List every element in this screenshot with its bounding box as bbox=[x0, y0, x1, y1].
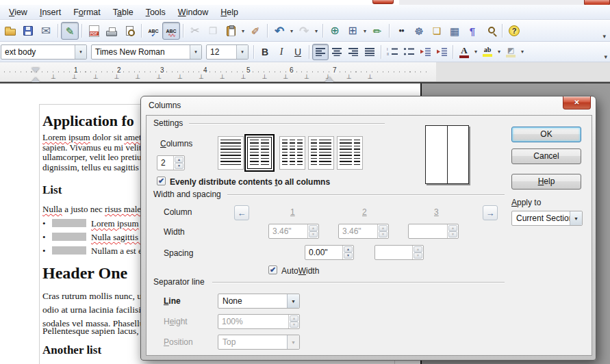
decrease-indent-button[interactable] bbox=[417, 44, 433, 60]
width-2-input: 3.46" ▲▼ bbox=[338, 224, 389, 239]
increase-indent-button[interactable] bbox=[433, 44, 450, 60]
table-dropdown-arrow[interactable]: ▾ bbox=[361, 22, 368, 40]
redo-arrow-icon: ↷ bbox=[299, 25, 309, 37]
chevron-down-icon[interactable]: ▾ bbox=[236, 45, 248, 59]
email-button[interactable]: ✉ bbox=[37, 22, 55, 40]
paint-can-icon: ◩ bbox=[506, 47, 516, 57]
preset-left-narrow[interactable] bbox=[308, 136, 334, 170]
paragraph-style-combo[interactable]: ext body ▾ bbox=[1, 44, 87, 60]
right-margin-marker[interactable] bbox=[325, 72, 334, 83]
bold-button[interactable]: B bbox=[257, 44, 273, 60]
autospellcheck-button[interactable]: ABC∿∿ bbox=[162, 22, 180, 40]
width-3-input: ▲▼ bbox=[408, 224, 459, 239]
menu-table[interactable]: Table bbox=[107, 5, 140, 19]
undo-button[interactable]: ↶ bbox=[270, 22, 288, 40]
open-button[interactable] bbox=[1, 22, 19, 40]
gallery-button[interactable]: ❏ bbox=[428, 22, 446, 40]
toolbar-overflow-arrow[interactable]: ▾ bbox=[602, 33, 606, 41]
find-replace-button[interactable]: ●● bbox=[392, 22, 410, 40]
menu-view[interactable]: View bbox=[3, 5, 34, 19]
hyperlink-button[interactable]: ⊕ bbox=[326, 22, 344, 40]
scroll-columns-right-button[interactable]: → bbox=[483, 205, 498, 220]
zoom-button[interactable] bbox=[481, 22, 499, 40]
dialog-close-button[interactable]: ✕ bbox=[563, 96, 591, 109]
page-preview-button[interactable] bbox=[120, 22, 138, 40]
menu-help[interactable]: Help bbox=[214, 5, 244, 19]
menu-window[interactable]: Window bbox=[172, 5, 214, 19]
menu-format[interactable]: Format bbox=[67, 5, 107, 19]
toolbar-overflow-arrow[interactable]: ▾ bbox=[604, 53, 607, 62]
align-center-icon bbox=[332, 47, 342, 56]
chevron-down-icon[interactable]: ▾ bbox=[75, 45, 86, 59]
justify-button[interactable] bbox=[361, 44, 378, 60]
open-folder-icon bbox=[5, 29, 16, 36]
clipboard-icon bbox=[227, 26, 236, 36]
help-button[interactable]: ? bbox=[505, 22, 523, 40]
autowidth-checkbox[interactable]: ✔ bbox=[268, 265, 277, 274]
preset-one-column[interactable] bbox=[218, 136, 244, 170]
align-center-button[interactable] bbox=[329, 44, 345, 60]
tab-stop-markers: ⊥⊥⊥⊥⊥⊥⊥⊥⊥⊥⊥⊥⊥⊥⊥⊥ bbox=[51, 73, 388, 80]
highlighting-button[interactable]: ab bbox=[479, 44, 496, 60]
print-button[interactable] bbox=[103, 22, 120, 40]
numbered-list-button[interactable]: III bbox=[384, 44, 401, 60]
align-right-button[interactable] bbox=[345, 44, 361, 60]
format-paintbrush-button[interactable]: ✐ bbox=[246, 22, 264, 40]
columns-count-input[interactable]: 2 ▲▼ bbox=[157, 155, 185, 170]
toolbar-separator bbox=[267, 24, 268, 38]
spin-up-icon[interactable]: ▲ bbox=[175, 157, 183, 163]
svg-text:II: II bbox=[387, 52, 389, 56]
ok-button[interactable]: OK bbox=[511, 127, 581, 142]
chevron-down-icon[interactable]: ▾ bbox=[190, 45, 201, 59]
spin-up-icon[interactable]: ▲ bbox=[344, 246, 353, 252]
paste-button[interactable] bbox=[222, 22, 240, 40]
save-button[interactable] bbox=[19, 22, 37, 40]
preset-two-columns-selected[interactable] bbox=[244, 134, 275, 172]
font-name-combo[interactable]: Times New Roman ▾ bbox=[91, 44, 202, 60]
chevron-down-icon[interactable]: ▼ bbox=[287, 294, 299, 308]
checkmark-icon: ✔ bbox=[270, 265, 276, 274]
spin-down-icon[interactable]: ▼ bbox=[344, 252, 353, 259]
preset-three-columns[interactable] bbox=[279, 136, 305, 170]
highlighting-dropdown-arrow[interactable]: ▾ bbox=[496, 43, 503, 61]
apply-to-select[interactable]: Current Section ▼ bbox=[511, 211, 583, 226]
bullet-list-button[interactable] bbox=[401, 44, 417, 60]
help-dialog-button[interactable]: Help bbox=[511, 174, 581, 190]
preset-right-narrow[interactable] bbox=[337, 136, 363, 170]
undo-dropdown-arrow[interactable]: ▾ bbox=[288, 22, 295, 40]
evenly-distribute-checkbox[interactable]: ✔ bbox=[157, 177, 166, 185]
numbered-list-icon: III bbox=[387, 47, 398, 56]
formatting-marks-button[interactable]: ¶ bbox=[463, 22, 481, 40]
navigator-button[interactable]: ☸ bbox=[410, 22, 428, 40]
cancel-button[interactable]: Cancel bbox=[511, 148, 581, 164]
spin-down-icon[interactable]: ▼ bbox=[175, 163, 183, 169]
line-style-select[interactable]: None ▼ bbox=[218, 294, 300, 309]
column-row-label: Column bbox=[164, 207, 192, 217]
align-left-button[interactable] bbox=[312, 44, 329, 60]
menu-tools[interactable]: Tools bbox=[140, 5, 172, 19]
background-dropdown-arrow[interactable]: ▾ bbox=[519, 43, 526, 61]
edit-file-button[interactable]: ✎ bbox=[61, 22, 79, 40]
menu-insert[interactable]: Insert bbox=[34, 5, 67, 19]
paste-dropdown-arrow[interactable]: ▾ bbox=[240, 22, 246, 40]
background-color-button[interactable]: ◩ bbox=[503, 44, 519, 60]
checkmark-icon: ✔ bbox=[145, 33, 162, 38]
chevron-down-icon[interactable]: ▼ bbox=[570, 211, 582, 225]
italic-button[interactable]: I bbox=[273, 44, 290, 60]
export-pdf-button[interactable]: PDF bbox=[85, 22, 103, 40]
underline-button[interactable]: U bbox=[290, 44, 306, 60]
field-placeholder bbox=[52, 219, 86, 227]
font-color-button[interactable]: A bbox=[456, 44, 472, 60]
doc-heading-application: Application fo bbox=[42, 112, 134, 130]
scroll-columns-left-button[interactable]: ← bbox=[234, 205, 249, 220]
font-size-combo[interactable]: 12 ▾ bbox=[206, 44, 249, 60]
horizontal-ruler[interactable]: 1 2 3 4 5 6 7 ⊥⊥⊥⊥⊥⊥⊥⊥⊥⊥⊥⊥⊥⊥⊥⊥ bbox=[0, 62, 610, 82]
data-sources-button[interactable]: ▦ bbox=[446, 22, 463, 40]
font-color-dropdown-arrow[interactable]: ▾ bbox=[472, 43, 479, 61]
insert-table-button[interactable]: ⊞ bbox=[344, 22, 361, 40]
draw-functions-button[interactable]: ✏ bbox=[368, 22, 386, 40]
doc-paragraph-3: Pellentesque sapien lacus, aliq bbox=[42, 326, 155, 337]
spelling-button[interactable]: ABC✔ bbox=[144, 22, 162, 40]
spacing-1-input[interactable]: 0.00" ▲▼ bbox=[305, 245, 354, 260]
group-line bbox=[227, 194, 505, 195]
